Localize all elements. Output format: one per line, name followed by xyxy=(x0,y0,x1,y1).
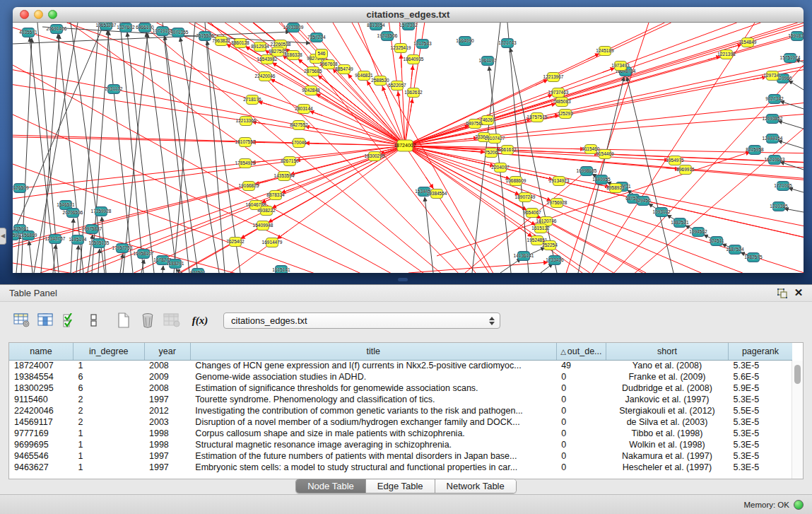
network-node[interactable]: 12325419 xyxy=(391,44,411,53)
column-header-title[interactable]: title xyxy=(190,343,556,360)
network-node[interactable]: 8854749 xyxy=(335,65,353,74)
control-panel-grip[interactable]: ◀ xyxy=(0,228,6,245)
network-node[interactable]: 8267150 xyxy=(281,157,299,166)
network-node[interactable]: 15409948 xyxy=(253,221,273,230)
zoom-window-button[interactable] xyxy=(48,10,57,19)
network-node[interactable]: 1615141 xyxy=(272,266,290,274)
network-node[interactable]: 2031122 xyxy=(105,85,123,94)
network-node[interactable]: 7515526 xyxy=(196,32,214,41)
network-node[interactable]: 1362612 xyxy=(404,88,423,98)
network-node[interactable]: 1188291 xyxy=(167,259,184,269)
network-node[interactable]: 20691406 xyxy=(47,25,67,34)
table-row[interactable]: 1938455462009Genome-wide association stu… xyxy=(9,371,792,382)
network-node[interactable]: 9146821 xyxy=(355,71,373,81)
column-header-short[interactable]: short xyxy=(606,343,729,360)
network-node[interactable]: 16998685 xyxy=(577,167,597,176)
network-node[interactable]: 8878334 xyxy=(266,191,285,200)
network-node[interactable]: 16958107 xyxy=(134,250,154,259)
network-node[interactable]: 1615132 xyxy=(531,224,550,233)
network-node[interactable]: 1733426 xyxy=(546,256,564,265)
table-row[interactable]: 946554611997Estimation of the future num… xyxy=(9,450,792,462)
new-document-button[interactable] xyxy=(113,311,134,329)
column-header-pagerank[interactable]: pagerank xyxy=(728,343,792,360)
network-node[interactable]: 252254 xyxy=(542,241,558,250)
network-node[interactable]: 7625402 xyxy=(226,238,245,247)
network-node[interactable]: 1482575 xyxy=(744,253,763,262)
panel-divider-handle[interactable] xyxy=(398,278,408,281)
network-node[interactable]: 1661612 xyxy=(498,146,517,155)
network-node[interactable]: 16210643 xyxy=(765,156,785,165)
table-row[interactable]: 946362711997Embryonic stem cells: a mode… xyxy=(9,462,792,473)
network-node[interactable]: 2126509 xyxy=(13,184,29,193)
network-node[interactable]: 9227342 xyxy=(765,95,784,104)
network-node[interactable]: 18300295 xyxy=(365,152,385,161)
network-node[interactable]: 13505135 xyxy=(89,239,110,248)
tab-network-table[interactable]: Network Table xyxy=(435,479,516,493)
network-node[interactable]: 1245189 xyxy=(596,47,614,56)
network-node[interactable]: 1961197 xyxy=(479,57,497,66)
network-node[interactable]: 12444154 xyxy=(763,134,783,144)
network-node[interactable]: 7857224 xyxy=(307,33,326,42)
network-node[interactable]: 8912934 xyxy=(251,42,269,52)
network-node[interactable]: 8427552 xyxy=(290,121,308,130)
network-node[interactable]: 19134923 xyxy=(549,177,570,186)
network-node[interactable]: 22420046 xyxy=(255,72,276,81)
network-node[interactable]: 17359928 xyxy=(91,207,112,216)
network-node[interactable]: 546 xyxy=(316,49,328,59)
float-panel-icon[interactable] xyxy=(777,288,788,299)
network-node[interactable]: 125293 xyxy=(558,110,573,119)
network-node[interactable]: 19384554 xyxy=(427,189,447,199)
network-node[interactable]: 10688609 xyxy=(506,177,526,186)
network-node[interactable]: 18640935 xyxy=(404,55,424,64)
network-node[interactable]: 1327602 xyxy=(117,23,135,33)
table-mode-button[interactable] xyxy=(11,311,33,329)
network-node[interactable]: 924501 xyxy=(190,269,206,274)
network-node[interactable]: 8813054 xyxy=(367,23,385,30)
network-node[interactable]: 14136141 xyxy=(514,252,534,261)
network-node[interactable]: 1954975 xyxy=(666,156,684,165)
network-node-hub[interactable]: 18724007 xyxy=(394,140,416,151)
network-node[interactable]: 6522057 xyxy=(388,81,406,90)
network-node[interactable]: 6466100 xyxy=(136,23,154,33)
network-node[interactable]: 8969915 xyxy=(676,165,695,175)
window-titlebar[interactable]: citations_edges.txt xyxy=(13,7,804,23)
column-header-name[interactable]: name xyxy=(9,343,73,360)
network-node[interactable]: 10653287 xyxy=(96,23,117,30)
tab-edge-table[interactable]: Edge Table xyxy=(366,479,435,493)
network-node[interactable]: 924511 xyxy=(709,237,724,246)
table-row[interactable]: 1830029562008Estimation of significance … xyxy=(9,382,792,394)
table-row[interactable]: 969969511998Structural magnetic resonanc… xyxy=(9,439,792,450)
select-columns-button[interactable] xyxy=(59,311,81,329)
row-height-button[interactable] xyxy=(83,311,105,329)
network-node[interactable]: 19166825 xyxy=(239,182,259,191)
network-node[interactable]: 1591831 xyxy=(788,32,804,41)
table-scrollbar[interactable] xyxy=(792,361,803,479)
network-node[interactable]: 7485083 xyxy=(553,98,571,107)
close-panel-icon[interactable]: ✕ xyxy=(793,287,804,298)
network-node[interactable]: 15751074 xyxy=(780,54,801,63)
network-node[interactable]: 746267 xyxy=(480,116,495,125)
network-node[interactable]: 8215958 xyxy=(746,146,764,155)
minimize-window-button[interactable] xyxy=(34,10,43,19)
network-node[interactable]: 16914479 xyxy=(262,238,283,247)
close-window-button[interactable] xyxy=(20,10,29,19)
network-node[interactable]: 2803144 xyxy=(295,105,313,114)
column-header-out_de[interactable]: △out_de... xyxy=(556,343,606,360)
network-node[interactable]: 18107552 xyxy=(235,138,256,147)
network-node[interactable]: 1664090 xyxy=(456,37,474,46)
network-node[interactable]: 75206 xyxy=(485,148,498,158)
table-row[interactable]: 977716911998Corpus callosum shape and si… xyxy=(9,428,792,439)
function-builder-button[interactable]: f(x) xyxy=(189,311,211,329)
table-selector-dropdown[interactable]: citations_edges.txt xyxy=(223,313,500,329)
table-row[interactable]: 1456911722003Disruption of a novel membe… xyxy=(9,416,792,428)
table-row[interactable]: 2242004622012Investigating the contribut… xyxy=(9,405,792,416)
network-node[interactable]: 4035571 xyxy=(19,28,37,37)
network-node[interactable]: 2875685 xyxy=(304,67,322,76)
network-node[interactable]: 7963822 xyxy=(212,37,230,46)
tab-node-table[interactable]: Node Table xyxy=(296,479,366,493)
network-canvas[interactable]: 4035571206914061065328713276026466100107… xyxy=(13,23,804,273)
network-node[interactable]: 1154849 xyxy=(739,38,757,47)
network-node[interactable]: 12342757 xyxy=(45,235,66,244)
network-node[interactable]: 170046 xyxy=(291,139,307,148)
network-node[interactable]: 1221398 xyxy=(717,50,736,59)
